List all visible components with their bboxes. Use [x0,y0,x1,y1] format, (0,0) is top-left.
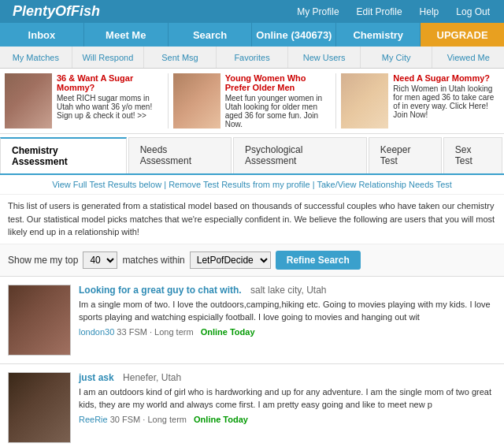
user-meta-1: ReeRie 30 FSM · Long term Online Today [79,415,496,424]
sent-msg-subnav[interactable]: Sent Msg [144,47,217,68]
search-nav[interactable]: Search [169,23,253,47]
top-nav: PlentyOfFish My Profile Edit Profile Hel… [0,0,504,23]
my-profile-link[interactable]: My Profile [289,3,346,20]
logout-link[interactable]: Log Out [448,3,498,20]
user-bio-1: I am an outdoors kind of girl who is har… [79,386,496,412]
ad-item-3[interactable]: Need A Sugar Mommy? Rich Women in Utah l… [341,73,499,129]
chemistry-description: This list of users is generated from a s… [0,195,504,244]
viewed-me-subnav[interactable]: Viewed Me [432,47,504,68]
take-relationship-needs-link[interactable]: Take/View Relationship Needs Test [317,180,451,189]
ad-image-2 [173,73,220,129]
new-users-subnav[interactable]: New Users [288,47,361,68]
remove-results-link[interactable]: Remove Test Results from my profile [169,180,310,189]
chemistry-tabs: Chemistry Assessment Needs Assessment Ps… [0,137,504,175]
online-nav[interactable]: Online (340673) [252,23,336,47]
help-link[interactable]: Help [412,3,447,20]
will-respond-subnav[interactable]: Will Respond [72,47,145,68]
ad-item-2[interactable]: Young Women Who Prefer Older Men Meet fu… [173,73,332,129]
online-status-1: Online Today [194,415,248,424]
favorites-subnav[interactable]: Favorites [217,47,289,68]
test-links-row: View Full Test Results below | Remove Te… [0,175,504,195]
my-city-subnav[interactable]: My City [361,47,433,68]
user-photo-1[interactable] [8,372,71,443]
tab-psychological-assessment[interactable]: Psychological Assessment [233,137,367,173]
inbox-nav[interactable]: Inbox [0,23,84,47]
ad-text-2: Young Women Who Prefer Older Men Meet fu… [225,73,332,129]
main-nav: Inbox Meet Me Search Online (340673) Che… [0,23,504,47]
online-status-0: Online Today [201,327,255,337]
matches-within-label: matches within [122,255,184,266]
sub-nav: My Matches Will Respond Sent Msg Favorit… [0,47,504,69]
username-0[interactable]: london30 [79,327,114,337]
ad-image-1 [5,73,52,129]
tab-needs-assessment[interactable]: Needs Assessment [128,137,232,173]
ads-row: 36 & Want A Sugar Mommy? Meet RICH sugar… [0,69,504,134]
user-meta-0: london30 33 FSM · Long term Online Today [79,327,496,337]
tab-keeper-test[interactable]: Keeper Test [369,137,442,173]
view-full-results-link[interactable]: View Full Test Results below [52,180,161,189]
user-headline-0: Looking for a great guy to chat with. sa… [79,285,496,296]
location-decide-select[interactable]: LetPofDecide 5 miles 25 miles 50 miles [190,251,271,269]
user-photo-0[interactable] [8,285,71,356]
user-card-0: Looking for a great guy to chat with. sa… [0,277,504,364]
my-matches-subnav[interactable]: My Matches [0,47,72,68]
tab-sex-test[interactable]: Sex Test [443,137,502,173]
user-bio-0: Im a single mom of two. I love the outdo… [79,298,496,324]
ad-text-3: Need A Sugar Mommy? Rich Women in Utah l… [393,73,499,119]
chemistry-nav[interactable]: Chemistry [336,23,421,47]
edit-profile-link[interactable]: Edit Profile [349,3,410,20]
username-1[interactable]: ReeRie [79,415,108,424]
ad-image-3 [341,73,388,129]
user-info-1: just ask Henefer, Utah I am an outdoors … [79,372,496,424]
ad-item-1[interactable]: 36 & Want A Sugar Mommy? Meet RICH sugar… [5,73,163,129]
user-info-0: Looking for a great guy to chat with. sa… [79,285,496,337]
meet-me-nav[interactable]: Meet Me [84,23,169,47]
ad-text-1: 36 & Want A Sugar Mommy? Meet RICH sugar… [57,73,163,120]
user-card-1: just ask Henefer, Utah I am an outdoors … [0,364,504,448]
tab-chemistry-assessment[interactable]: Chemistry Assessment [0,137,127,173]
refine-search-button[interactable]: Refine Search [276,251,361,270]
top-count-select[interactable]: 40 20 60 [83,251,117,269]
site-logo: PlentyOfFish [6,3,106,20]
user-headline-1: just ask Henefer, Utah [79,372,496,383]
upgrade-nav[interactable]: UPGRADE [421,23,504,47]
search-controls: Show me my top 40 20 60 matches within L… [0,244,504,277]
show-me-label: Show me my top [8,255,78,266]
